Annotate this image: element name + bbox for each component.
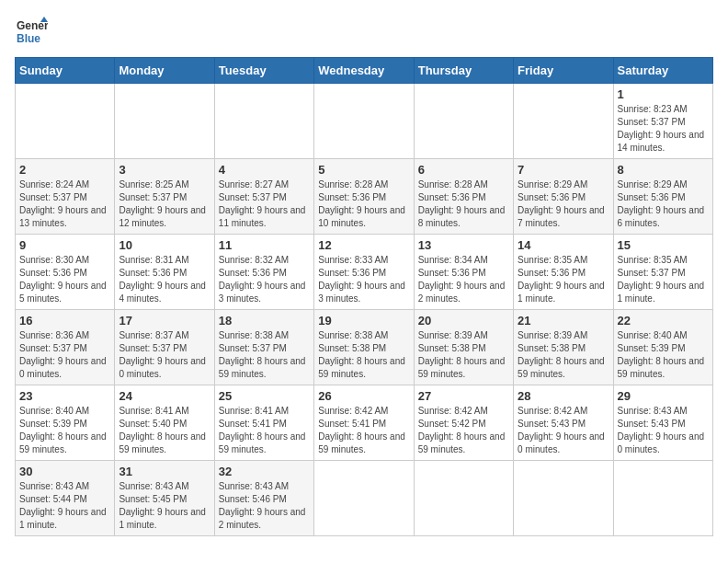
- day-number: 28: [518, 389, 609, 403]
- calendar-cell: 13 Sunrise: 8:34 AMSunset: 5:36 PMDaylig…: [414, 235, 513, 310]
- calendar-cell: 26 Sunrise: 8:42 AMSunset: 5:41 PMDaylig…: [314, 385, 414, 461]
- calendar-cell: 14 Sunrise: 8:35 AMSunset: 5:36 PMDaylig…: [514, 235, 613, 310]
- calendar-week-4: 23 Sunrise: 8:40 AMSunset: 5:39 PMDaylig…: [16, 385, 713, 461]
- day-info: Sunrise: 8:25 AMSunset: 5:37 PMDaylight:…: [119, 179, 206, 228]
- day-info: Sunrise: 8:28 AMSunset: 5:36 PMDaylight:…: [318, 179, 405, 228]
- day-info: Sunrise: 8:42 AMSunset: 5:43 PMDaylight:…: [518, 406, 605, 454]
- day-number: 14: [518, 238, 609, 252]
- calendar-cell: 24 Sunrise: 8:41 AMSunset: 5:40 PMDaylig…: [115, 385, 214, 461]
- day-info: Sunrise: 8:27 AMSunset: 5:37 PMDaylight:…: [219, 179, 306, 228]
- calendar-table: SundayMondayTuesdayWednesdayThursdayFrid…: [15, 57, 713, 536]
- calendar-cell: 5 Sunrise: 8:28 AMSunset: 5:36 PMDayligh…: [314, 159, 414, 235]
- day-number: 9: [19, 238, 110, 252]
- day-number: 5: [318, 163, 409, 177]
- day-info: Sunrise: 8:40 AMSunset: 5:39 PMDaylight:…: [19, 406, 107, 454]
- day-info: Sunrise: 8:29 AMSunset: 5:36 PMDaylight:…: [618, 179, 705, 228]
- day-number: 19: [318, 314, 409, 327]
- calendar-cell: 28 Sunrise: 8:42 AMSunset: 5:43 PMDaylig…: [514, 385, 613, 461]
- day-number: 2: [19, 163, 110, 177]
- day-info: Sunrise: 8:43 AMSunset: 5:45 PMDaylight:…: [119, 481, 206, 530]
- day-info: Sunrise: 8:41 AMSunset: 5:40 PMDaylight:…: [119, 406, 206, 454]
- day-number: 21: [518, 314, 609, 327]
- col-header-saturday: Saturday: [613, 58, 712, 84]
- day-number: 20: [418, 314, 509, 327]
- calendar-cell: 17 Sunrise: 8:37 AMSunset: 5:37 PMDaylig…: [115, 310, 214, 385]
- calendar-cell: 32 Sunrise: 8:43 AMSunset: 5:46 PMDaylig…: [214, 461, 313, 536]
- calendar-cell: 27 Sunrise: 8:42 AMSunset: 5:42 PMDaylig…: [414, 385, 513, 461]
- day-info: Sunrise: 8:43 AMSunset: 5:43 PMDaylight:…: [618, 406, 705, 454]
- logo: General Blue: [15, 15, 48, 48]
- day-info: Sunrise: 8:29 AMSunset: 5:36 PMDaylight:…: [518, 179, 605, 228]
- day-info: Sunrise: 8:34 AMSunset: 5:36 PMDaylight:…: [418, 255, 506, 304]
- calendar-cell: [314, 461, 414, 536]
- calendar-cell: 25 Sunrise: 8:41 AMSunset: 5:41 PMDaylig…: [214, 385, 313, 461]
- day-number: 29: [618, 389, 709, 403]
- calendar-cell: 21 Sunrise: 8:39 AMSunset: 5:38 PMDaylig…: [514, 310, 613, 385]
- col-header-monday: Monday: [115, 58, 214, 84]
- day-number: 22: [618, 314, 709, 327]
- calendar-cell: 15 Sunrise: 8:35 AMSunset: 5:37 PMDaylig…: [613, 235, 712, 310]
- day-number: 7: [518, 163, 609, 177]
- day-info: Sunrise: 8:38 AMSunset: 5:37 PMDaylight:…: [219, 330, 306, 379]
- calendar-cell: 1 Sunrise: 8:23 AMSunset: 5:37 PMDayligh…: [613, 84, 712, 159]
- day-number: 30: [19, 465, 110, 478]
- day-number: 11: [219, 238, 310, 252]
- calendar-cell: 9 Sunrise: 8:30 AMSunset: 5:36 PMDayligh…: [16, 235, 115, 310]
- calendar-cell: 16 Sunrise: 8:36 AMSunset: 5:37 PMDaylig…: [16, 310, 115, 385]
- svg-text:Blue: Blue: [17, 32, 40, 45]
- calendar-cell: [314, 84, 414, 159]
- day-number: 18: [219, 314, 310, 327]
- day-number: 8: [618, 163, 709, 177]
- calendar-cell: 18 Sunrise: 8:38 AMSunset: 5:37 PMDaylig…: [214, 310, 313, 385]
- calendar-cell: 22 Sunrise: 8:40 AMSunset: 5:39 PMDaylig…: [613, 310, 712, 385]
- calendar-cell: 30 Sunrise: 8:43 AMSunset: 5:44 PMDaylig…: [16, 461, 115, 536]
- day-number: 23: [19, 389, 110, 403]
- col-header-friday: Friday: [514, 58, 613, 84]
- day-info: Sunrise: 8:43 AMSunset: 5:44 PMDaylight:…: [19, 481, 107, 530]
- day-number: 25: [219, 389, 310, 403]
- day-number: 16: [19, 314, 110, 327]
- calendar-cell: [514, 461, 613, 536]
- day-info: Sunrise: 8:30 AMSunset: 5:36 PMDaylight:…: [19, 255, 107, 304]
- calendar-cell: [613, 461, 712, 536]
- day-number: 13: [418, 238, 509, 252]
- calendar-cell: [414, 461, 513, 536]
- day-number: 1: [618, 87, 709, 101]
- day-info: Sunrise: 8:35 AMSunset: 5:36 PMDaylight:…: [518, 255, 605, 304]
- day-info: Sunrise: 8:42 AMSunset: 5:41 PMDaylight:…: [318, 406, 405, 454]
- col-header-wednesday: Wednesday: [314, 58, 414, 84]
- day-number: 17: [119, 314, 210, 327]
- day-number: 27: [418, 389, 509, 403]
- calendar-week-3: 16 Sunrise: 8:36 AMSunset: 5:37 PMDaylig…: [16, 310, 713, 385]
- calendar-cell: 3 Sunrise: 8:25 AMSunset: 5:37 PMDayligh…: [115, 159, 214, 235]
- day-number: 24: [119, 389, 210, 403]
- day-info: Sunrise: 8:32 AMSunset: 5:36 PMDaylight:…: [219, 255, 306, 304]
- calendar-cell: 2 Sunrise: 8:24 AMSunset: 5:37 PMDayligh…: [16, 159, 115, 235]
- day-info: Sunrise: 8:33 AMSunset: 5:36 PMDaylight:…: [318, 255, 405, 304]
- calendar-week-1: 2 Sunrise: 8:24 AMSunset: 5:37 PMDayligh…: [16, 159, 713, 235]
- calendar-cell: 10 Sunrise: 8:31 AMSunset: 5:36 PMDaylig…: [115, 235, 214, 310]
- calendar-cell: 11 Sunrise: 8:32 AMSunset: 5:36 PMDaylig…: [214, 235, 313, 310]
- day-number: 4: [219, 163, 310, 177]
- calendar-cell: [16, 84, 115, 159]
- day-number: 26: [318, 389, 409, 403]
- day-info: Sunrise: 8:43 AMSunset: 5:46 PMDaylight:…: [219, 481, 306, 530]
- calendar-cell: [514, 84, 613, 159]
- day-number: 10: [119, 238, 210, 252]
- calendar-week-2: 9 Sunrise: 8:30 AMSunset: 5:36 PMDayligh…: [16, 235, 713, 310]
- day-number: 15: [618, 238, 709, 252]
- day-info: Sunrise: 8:31 AMSunset: 5:36 PMDaylight:…: [119, 255, 206, 304]
- day-info: Sunrise: 8:40 AMSunset: 5:39 PMDaylight:…: [618, 330, 705, 379]
- day-info: Sunrise: 8:37 AMSunset: 5:37 PMDaylight:…: [119, 330, 206, 379]
- day-info: Sunrise: 8:23 AMSunset: 5:37 PMDaylight:…: [618, 104, 705, 153]
- col-header-thursday: Thursday: [414, 58, 513, 84]
- calendar-cell: 31 Sunrise: 8:43 AMSunset: 5:45 PMDaylig…: [115, 461, 214, 536]
- calendar-cell: 4 Sunrise: 8:27 AMSunset: 5:37 PMDayligh…: [214, 159, 313, 235]
- col-header-tuesday: Tuesday: [214, 58, 313, 84]
- day-info: Sunrise: 8:42 AMSunset: 5:42 PMDaylight:…: [418, 406, 506, 454]
- day-info: Sunrise: 8:28 AMSunset: 5:36 PMDaylight:…: [418, 179, 506, 228]
- day-number: 6: [418, 163, 509, 177]
- day-number: 32: [219, 465, 310, 478]
- day-info: Sunrise: 8:35 AMSunset: 5:37 PMDaylight:…: [618, 255, 705, 304]
- calendar-cell: 6 Sunrise: 8:28 AMSunset: 5:36 PMDayligh…: [414, 159, 513, 235]
